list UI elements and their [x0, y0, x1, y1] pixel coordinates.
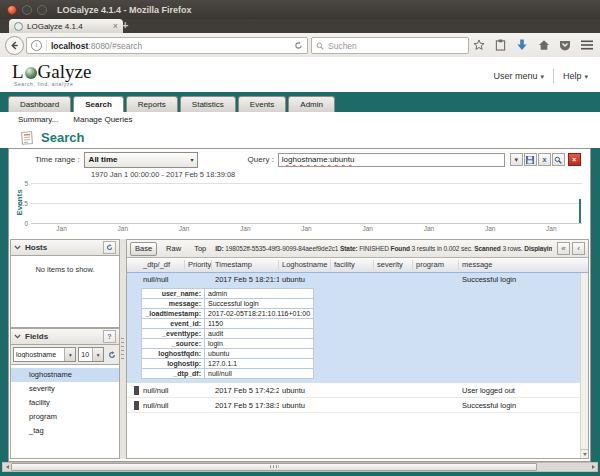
run-search-button[interactable] [552, 153, 565, 166]
bookmark-star-icon[interactable] [472, 38, 486, 52]
cell-dtp-df: null/null [140, 401, 185, 410]
menu-hamburger-icon[interactable] [580, 38, 594, 52]
chart-xtick: Jan [301, 225, 311, 232]
pager-prev-button[interactable]: ‹ [572, 242, 585, 255]
detail-label: _dtp_df: [142, 369, 205, 379]
chart-ytick: 5 [24, 180, 28, 187]
home-icon[interactable] [537, 38, 551, 52]
collapse-triangle-icon [134, 275, 139, 284]
site-info-icon[interactable]: i [31, 40, 42, 51]
help-menu-label: Help [563, 71, 582, 81]
help-menu[interactable]: Help▾ [563, 71, 588, 81]
url-bar[interactable]: i localhost :8080/#search [26, 37, 308, 54]
results-vertical-scrollbar[interactable] [580, 273, 588, 458]
column-message[interactable]: message [459, 260, 588, 270]
sub-nav: Summary... Manage Queries [0, 112, 600, 127]
fields-refresh-button[interactable] [106, 349, 117, 360]
subnav-manage-queries-link[interactable]: Manage Queries [73, 115, 132, 124]
status-state-value: FINISHED [359, 245, 389, 252]
row-expander[interactable] [127, 401, 140, 410]
chart-bar[interactable] [579, 199, 581, 223]
save-query-button[interactable] [524, 153, 537, 166]
window-close-button[interactable] [7, 5, 17, 15]
view-mode-base[interactable]: Base [130, 242, 157, 256]
bookmarks-panel-icon[interactable] [494, 38, 508, 52]
scrollbar-right-arrow[interactable] [589, 463, 597, 471]
column-facility[interactable]: facility [331, 260, 374, 270]
view-mode-raw[interactable]: Raw [162, 244, 185, 253]
tab-statistics[interactable]: Statistics [180, 96, 236, 112]
column-timestamp[interactable]: Timestamp [212, 260, 279, 270]
back-button[interactable] [5, 36, 24, 55]
time-range-select[interactable]: All time ▾ [84, 152, 198, 168]
browser-tabbar: LOGalyze 4.1.4 × + [0, 19, 600, 33]
view-mode-top[interactable]: Top [190, 244, 210, 253]
refresh-icon [106, 244, 113, 251]
tab-search[interactable]: Search [73, 96, 124, 112]
fields-panel-header[interactable]: Fields ? [10, 328, 120, 345]
horizontal-scrollbar[interactable] [2, 462, 598, 472]
field-item-facility[interactable]: facility [11, 396, 119, 410]
query-input[interactable]: loghostname:ubuntu [278, 153, 505, 167]
clear-query-button[interactable]: x [538, 153, 551, 166]
column-loghostname[interactable]: Loghostname [279, 260, 331, 270]
tab-close-icon[interactable]: × [113, 21, 118, 31]
detail-row: message:Successful login [142, 299, 314, 309]
status-scanned-value: 3 rows. [502, 245, 522, 252]
tab-dashboard[interactable]: Dashboard [8, 96, 71, 112]
field-count-select[interactable]: 10 ▾ [78, 347, 104, 362]
cell-dtp-df: null/null [140, 386, 185, 395]
fields-help-button[interactable]: ? [103, 330, 116, 343]
row-expander[interactable] [127, 275, 140, 284]
field-item-program[interactable]: program [11, 410, 119, 424]
field-select-value: loghostname [14, 351, 64, 358]
browser-search-box[interactable]: Suchen [311, 37, 469, 54]
subnav-summary-link[interactable]: Summary... [18, 115, 58, 124]
table-row[interactable]: null/null 2017 Feb 5 18:21:10 ubuntu Suc… [127, 273, 588, 286]
field-select[interactable]: loghostname ▾ [13, 347, 76, 362]
hosts-panel-title: Hosts [25, 243, 103, 252]
pager-first-button[interactable]: « [557, 242, 570, 255]
detail-row: loghostfqdn:ubuntu [142, 349, 314, 359]
pocket-icon[interactable] [558, 38, 572, 52]
column-severity[interactable]: severity [374, 260, 413, 270]
logo-text-rest: Galyze [38, 62, 92, 81]
browser-tab[interactable]: LOGalyze 4.1.4 × [9, 19, 123, 33]
scrollbar-down-arrow[interactable] [581, 449, 588, 458]
downloads-icon[interactable] [515, 38, 529, 52]
tab-admin[interactable]: Admin [288, 96, 335, 112]
right-triangle-icon [592, 465, 595, 469]
query-dropdown-button[interactable]: ▾ [510, 153, 523, 166]
field-item-tag[interactable]: _tag [11, 424, 119, 438]
close-icon: × [572, 156, 576, 163]
column-priority[interactable]: Priority [185, 260, 212, 270]
column-program[interactable]: program [413, 260, 459, 270]
user-menu[interactable]: User menu▾ [493, 71, 544, 81]
column-dtp-df[interactable]: _dtp/_df [140, 260, 185, 270]
url-host: localhost [51, 41, 88, 51]
scrollbar-thumb[interactable] [11, 463, 537, 471]
window-maximize-button[interactable] [37, 5, 47, 15]
tab-reports[interactable]: Reports [126, 96, 178, 112]
expand-triangle-icon [134, 401, 139, 410]
new-tab-button[interactable]: + [122, 19, 128, 31]
hosts-panel-header[interactable]: Hosts [10, 239, 120, 256]
browser-navbar: i localhost :8080/#search Suchen [0, 33, 600, 58]
row-expander[interactable] [127, 386, 140, 395]
table-row[interactable]: null/null 2017 Feb 5 17:42:28 ubuntu Use… [127, 383, 588, 398]
field-item-loghostname[interactable]: loghostname [11, 368, 119, 382]
chart-xtick: Jan [424, 225, 434, 232]
thumb-grip [270, 465, 279, 468]
cell-timestamp: 2017 Feb 5 17:42:28 [212, 386, 279, 395]
scrollbar-left-arrow[interactable] [3, 463, 11, 471]
detail-label: loghostip: [142, 359, 205, 369]
detail-row: _source:login [142, 339, 314, 349]
field-item-severity[interactable]: severity [11, 382, 119, 396]
table-row[interactable]: null/null 2017 Feb 5 17:38:33 ubuntu Suc… [127, 398, 588, 413]
window-minimize-button[interactable] [22, 5, 32, 15]
cell-message: User logged out [459, 386, 588, 395]
tab-events[interactable]: Events [238, 96, 286, 112]
close-search-button[interactable]: × [568, 153, 581, 166]
reload-button[interactable] [294, 41, 303, 50]
hosts-refresh-button[interactable] [103, 241, 116, 254]
